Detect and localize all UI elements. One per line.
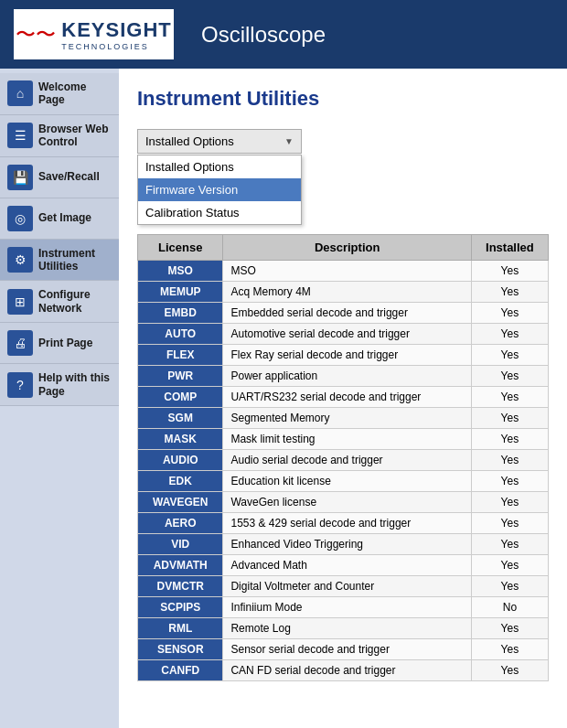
license-cell: AERO [138, 513, 223, 534]
sidebar-label-welcome: Welcome Page [38, 80, 112, 107]
sidebar-label-save: Save/Recall [38, 170, 100, 183]
table-row: SCPIPSInfiniium ModeNo [138, 597, 549, 618]
installed-cell: No [471, 597, 548, 618]
description-cell: Automotive serial decode and trigger [223, 324, 471, 345]
installed-cell: Yes [471, 387, 548, 408]
license-cell: RML [138, 618, 223, 639]
dropdown-selected-label: Installed Options [145, 134, 234, 148]
license-cell: VID [138, 534, 223, 555]
description-cell: Embedded serial decode and trigger [223, 303, 471, 324]
table-header: License Description Installed [138, 235, 549, 261]
table-row: EMBDEmbedded serial decode and triggerYe… [138, 303, 549, 324]
table-row: SENSORSensor serial decode and triggerYe… [138, 639, 549, 660]
table-row: FLEXFlex Ray serial decode and triggerYe… [138, 345, 549, 366]
sidebar-item-network[interactable]: ⊞Configure Network [0, 281, 119, 323]
sidebar-item-utilities[interactable]: ⚙Instrument Utilities [0, 240, 119, 282]
table-body: MSOMSOYesMEMUPAcq Memory 4MYesEMBDEmbedd… [138, 261, 549, 681]
sidebar-item-image[interactable]: ◎Get Image [0, 198, 119, 240]
table-row: SGMSegmented MemoryYes [138, 408, 549, 429]
table-row: VIDEnhanced Video TriggeringYes [138, 534, 549, 555]
dropdown-arrow-icon: ▼ [284, 136, 294, 146]
installed-cell: Yes [471, 429, 548, 450]
sidebar-label-network: Configure Network [38, 288, 112, 315]
license-cell: WAVEGEN [138, 492, 223, 513]
table-row: MASKMask limit testingYes [138, 429, 549, 450]
installed-cell: Yes [471, 555, 548, 576]
sidebar-item-print[interactable]: 🖨Print Page [0, 323, 119, 364]
dropdown-container: Installed Options ▼ Installed Options Fi… [137, 129, 549, 154]
license-cell: PWR [138, 366, 223, 387]
logo-icon: 〜〜 [16, 21, 56, 48]
table-row: PWRPower applicationYes [138, 366, 549, 387]
description-cell: Advanced Math [223, 555, 471, 576]
installed-cell: Yes [471, 639, 548, 660]
installed-cell: Yes [471, 408, 548, 429]
license-cell: FLEX [138, 345, 223, 366]
license-cell: SCPIPS [138, 597, 223, 618]
sidebar-item-save[interactable]: 💾Save/Recall [0, 157, 119, 198]
license-cell: MEMUP [138, 282, 223, 303]
sidebar-label-print: Print Page [38, 337, 92, 349]
dropdown-menu: Installed Options Firmware Version Calib… [137, 155, 302, 225]
sidebar-item-browser[interactable]: ☰Browser Web Control [0, 115, 119, 157]
description-cell: Acq Memory 4M [223, 282, 471, 303]
description-cell: Power application [223, 366, 471, 387]
dropdown-option-calibration[interactable]: Calibration Status [138, 201, 301, 224]
installed-cell: Yes [471, 534, 548, 555]
description-cell: Education kit license [223, 471, 471, 492]
sidebar-label-help: Help with this Page [38, 371, 112, 398]
table-row: CANFDCAN FD serial decode and triggerYes [138, 660, 549, 681]
description-cell: Infiniium Mode [223, 597, 471, 618]
table-row: WAVEGENWaveGen licenseYes [138, 492, 549, 513]
col-description: Description [223, 235, 471, 261]
license-cell: MASK [138, 429, 223, 450]
description-cell: UART/RS232 serial decode and trigger [223, 387, 471, 408]
print-icon: 🖨 [7, 330, 33, 356]
license-cell: SGM [138, 408, 223, 429]
license-cell: EDK [138, 471, 223, 492]
description-cell: Audio serial decode and trigger [223, 450, 471, 471]
installed-cell: Yes [471, 471, 548, 492]
license-cell: EMBD [138, 303, 223, 324]
sidebar-item-welcome[interactable]: ⌂Welcome Page [0, 73, 119, 115]
table-row: EDKEducation kit licenseYes [138, 471, 549, 492]
installed-cell: Yes [471, 324, 548, 345]
installed-cell: Yes [471, 450, 548, 471]
description-cell: Enhanced Video Triggering [223, 534, 471, 555]
license-cell: DVMCTR [138, 576, 223, 597]
license-cell: AUDIO [138, 450, 223, 471]
table-row: DVMCTRDigital Voltmeter and CounterYes [138, 576, 549, 597]
license-cell: AUTO [138, 324, 223, 345]
description-cell: Flex Ray serial decode and trigger [223, 345, 471, 366]
table-row: AERO1553 & 429 serial decode and trigger… [138, 513, 549, 534]
network-icon: ⊞ [7, 289, 33, 315]
sidebar-item-help[interactable]: ?Help with this Page [0, 364, 119, 406]
license-cell: COMP [138, 387, 223, 408]
description-cell: Mask limit testing [223, 429, 471, 450]
image-icon: ◎ [7, 206, 33, 231]
table-row: ADVMATHAdvanced MathYes [138, 555, 549, 576]
license-cell: SENSOR [138, 639, 223, 660]
installed-cell: Yes [471, 282, 548, 303]
description-cell: MSO [223, 261, 471, 282]
help-icon: ? [7, 372, 33, 398]
dropdown-option-firmware[interactable]: Firmware Version [138, 178, 301, 201]
installed-cell: Yes [471, 492, 548, 513]
header-title: Oscilloscope [201, 22, 326, 48]
page-title: Instrument Utilities [137, 87, 549, 111]
content-area: Instrument Utilities Installed Options ▼… [119, 69, 567, 728]
installed-cell: Yes [471, 261, 548, 282]
installed-options-table: License Description Installed MSOMSOYesM… [137, 234, 549, 681]
table-row: AUTOAutomotive serial decode and trigger… [138, 324, 549, 345]
logo: 〜〜 KEYSIGHT TECHNOLOGIES [14, 9, 174, 59]
license-cell: CANFD [138, 660, 223, 681]
logo-sub: TECHNOLOGIES [61, 42, 149, 51]
sidebar-label-browser: Browser Web Control [38, 123, 112, 149]
save-icon: 💾 [7, 165, 33, 190]
main-layout: ⌂Welcome Page☰Browser Web Control💾Save/R… [0, 69, 567, 728]
sidebar-label-image: Get Image [38, 211, 91, 224]
dropdown-option-installed[interactable]: Installed Options [138, 155, 301, 178]
dropdown-select[interactable]: Installed Options ▼ [137, 129, 302, 154]
col-license: License [138, 235, 223, 261]
sidebar: ⌂Welcome Page☰Browser Web Control💾Save/R… [0, 69, 119, 728]
